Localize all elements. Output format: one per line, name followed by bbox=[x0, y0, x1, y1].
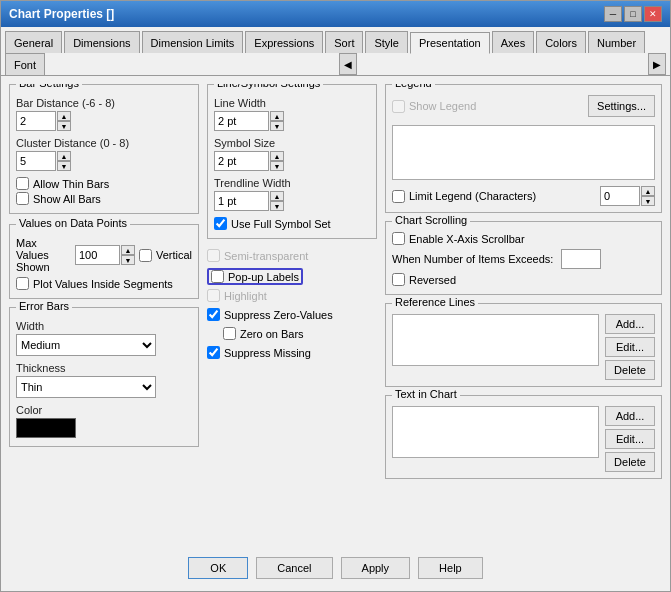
window-controls: ─ □ ✕ bbox=[604, 6, 662, 22]
text-in-chart-buttons: Add... Edit... Delete bbox=[605, 406, 655, 472]
help-button[interactable]: Help bbox=[418, 557, 483, 579]
popup-labels-highlight: Pop-up Labels bbox=[207, 268, 303, 285]
max-values-up[interactable]: ▲ bbox=[121, 245, 135, 255]
cluster-distance-down[interactable]: ▼ bbox=[57, 161, 71, 171]
limit-legend-label: Limit Legend (Characters) bbox=[409, 190, 536, 202]
allow-thin-bars-checkbox[interactable] bbox=[16, 177, 29, 190]
title-bar: Chart Properties [] ─ □ ✕ bbox=[1, 1, 670, 27]
cluster-distance-label: Cluster Distance (0 - 8) bbox=[16, 137, 192, 149]
apply-button[interactable]: Apply bbox=[341, 557, 411, 579]
bar-distance-spinner: ▲ ▼ bbox=[57, 111, 71, 131]
reversed-checkbox[interactable] bbox=[392, 273, 405, 286]
zero-on-bars-checkbox[interactable] bbox=[223, 327, 236, 340]
line-width-down[interactable]: ▼ bbox=[270, 121, 284, 131]
use-full-symbol-row: Use Full Symbol Set bbox=[214, 217, 370, 230]
use-full-symbol-checkbox[interactable] bbox=[214, 217, 227, 230]
symbol-size-up[interactable]: ▲ bbox=[270, 151, 284, 161]
show-all-bars-checkbox[interactable] bbox=[16, 192, 29, 205]
text-chart-add-button[interactable]: Add... bbox=[605, 406, 655, 426]
tab-font[interactable]: Font bbox=[5, 53, 45, 75]
legend-textarea[interactable] bbox=[392, 125, 655, 180]
cluster-distance-up[interactable]: ▲ bbox=[57, 151, 71, 161]
max-values-down[interactable]: ▼ bbox=[121, 255, 135, 265]
chart-scrolling-group: Chart Scrolling Enable X-Axis Scrollbar … bbox=[385, 221, 662, 295]
enable-xaxis-label: Enable X-Axis Scrollbar bbox=[409, 233, 525, 245]
suppress-zero-checkbox[interactable] bbox=[207, 308, 220, 321]
tab-number[interactable]: Number bbox=[588, 31, 645, 53]
cluster-distance-input[interactable] bbox=[16, 151, 56, 171]
bar-distance-input[interactable] bbox=[16, 111, 56, 131]
close-button[interactable]: ✕ bbox=[644, 6, 662, 22]
reference-lines-textarea[interactable] bbox=[392, 314, 599, 366]
when-exceeds-row: When Number of Items Exceeds: bbox=[392, 249, 655, 269]
use-full-symbol-label: Use Full Symbol Set bbox=[231, 218, 331, 230]
tab-general[interactable]: General bbox=[5, 31, 62, 53]
tab-nav-next[interactable]: ▶ bbox=[648, 53, 666, 75]
width-dropdown[interactable]: Thin Medium Thick bbox=[16, 334, 156, 356]
max-values-spinner-group: ▲ ▼ bbox=[75, 245, 135, 265]
tab-nav-prev[interactable]: ◀ bbox=[339, 53, 357, 75]
highlight-row: Highlight bbox=[207, 289, 377, 302]
left-panel: Bar Settings Bar Distance (-6 - 8) ▲ ▼ C… bbox=[9, 84, 199, 549]
limit-legend-checkbox[interactable] bbox=[392, 190, 405, 203]
highlight-checkbox[interactable] bbox=[207, 289, 220, 302]
tab-sort[interactable]: Sort bbox=[325, 31, 363, 53]
thickness-dropdown[interactable]: Thin Medium Thick bbox=[16, 376, 156, 398]
ref-lines-buttons: Add... Edit... Delete bbox=[605, 314, 655, 380]
suppress-missing-label: Suppress Missing bbox=[224, 347, 311, 359]
popup-labels-checkbox[interactable] bbox=[211, 270, 224, 283]
symbol-size-input[interactable] bbox=[214, 151, 269, 171]
ok-button[interactable]: OK bbox=[188, 557, 248, 579]
semi-transparent-checkbox[interactable] bbox=[207, 249, 220, 262]
line-width-input[interactable] bbox=[214, 111, 269, 131]
minimize-button[interactable]: ─ bbox=[604, 6, 622, 22]
width-field-label: Width bbox=[16, 320, 192, 332]
suppress-zero-row: Suppress Zero-Values bbox=[207, 308, 377, 321]
tab-style[interactable]: Style bbox=[365, 31, 407, 53]
cancel-button[interactable]: Cancel bbox=[256, 557, 332, 579]
tab-dimensions[interactable]: Dimensions bbox=[64, 31, 139, 53]
enable-xaxis-checkbox[interactable] bbox=[392, 232, 405, 245]
vertical-checkbox[interactable] bbox=[139, 249, 152, 262]
tab-axes[interactable]: Axes bbox=[492, 31, 534, 53]
trendline-width-up[interactable]: ▲ bbox=[270, 191, 284, 201]
values-on-data-group: Values on Data Points Max Values Shown ▲… bbox=[9, 224, 199, 299]
bar-distance-down[interactable]: ▼ bbox=[57, 121, 71, 131]
max-values-input[interactable] bbox=[75, 245, 120, 265]
plot-values-checkbox[interactable] bbox=[16, 277, 29, 290]
limit-legend-up[interactable]: ▲ bbox=[641, 186, 655, 196]
bar-distance-up[interactable]: ▲ bbox=[57, 111, 71, 121]
ref-lines-add-button[interactable]: Add... bbox=[605, 314, 655, 334]
show-legend-checkbox[interactable] bbox=[392, 100, 405, 113]
text-chart-edit-button[interactable]: Edit... bbox=[605, 429, 655, 449]
tab-dimension-limits[interactable]: Dimension Limits bbox=[142, 31, 244, 53]
symbol-size-down[interactable]: ▼ bbox=[270, 161, 284, 171]
legend-label: Legend bbox=[392, 84, 435, 89]
when-exceeds-label: When Number of Items Exceeds: bbox=[392, 253, 553, 265]
limit-legend-down[interactable]: ▼ bbox=[641, 196, 655, 206]
tab-colors[interactable]: Colors bbox=[536, 31, 586, 53]
suppress-missing-checkbox[interactable] bbox=[207, 346, 220, 359]
legend-group: Legend Show Legend Settings... Limit Leg… bbox=[385, 84, 662, 213]
plot-values-label: Plot Values Inside Segments bbox=[33, 278, 173, 290]
allow-thin-bars-row: Allow Thin Bars bbox=[16, 177, 192, 190]
text-in-chart-textarea[interactable] bbox=[392, 406, 599, 458]
trendline-width-input[interactable] bbox=[214, 191, 269, 211]
thickness-field-label: Thickness bbox=[16, 362, 192, 374]
text-chart-delete-button[interactable]: Delete bbox=[605, 452, 655, 472]
ref-lines-edit-button[interactable]: Edit... bbox=[605, 337, 655, 357]
color-picker[interactable] bbox=[16, 418, 76, 438]
show-legend-label: Show Legend bbox=[409, 100, 476, 112]
tab-expressions[interactable]: Expressions bbox=[245, 31, 323, 53]
limit-legend-input[interactable] bbox=[600, 186, 640, 206]
trendline-width-down[interactable]: ▼ bbox=[270, 201, 284, 211]
tab-presentation[interactable]: Presentation bbox=[410, 32, 490, 54]
tab-content: Bar Settings Bar Distance (-6 - 8) ▲ ▼ C… bbox=[1, 76, 670, 591]
ref-lines-delete-button[interactable]: Delete bbox=[605, 360, 655, 380]
limit-legend-spinner: ▲ ▼ bbox=[641, 186, 655, 206]
values-on-data-label: Values on Data Points bbox=[16, 217, 130, 229]
maximize-button[interactable]: □ bbox=[624, 6, 642, 22]
when-exceeds-input[interactable] bbox=[561, 249, 601, 269]
line-width-up[interactable]: ▲ bbox=[270, 111, 284, 121]
settings-button[interactable]: Settings... bbox=[588, 95, 655, 117]
